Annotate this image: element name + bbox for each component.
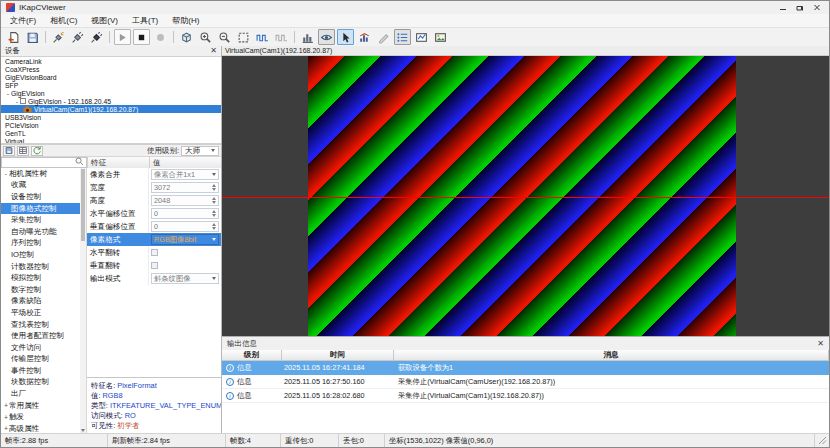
menu-item-help[interactable]: 帮助(H) xyxy=(165,14,206,28)
category-item[interactable]: 出厂 xyxy=(1,388,80,400)
category-item[interactable]: +高级属性 xyxy=(1,423,80,433)
device-tree-item[interactable]: USB3Vision xyxy=(1,113,221,121)
device-tree: CameraLinkCoaXPressGigEVisionBoardSFP-Gi… xyxy=(1,56,221,144)
property-value-cell: 2048 xyxy=(149,194,221,207)
property-dropdown[interactable]: 像素合并1x1 xyxy=(151,169,219,180)
chevron-down-icon xyxy=(211,149,215,152)
category-item[interactable]: 模拟控制 xyxy=(1,272,80,284)
eye-icon[interactable] xyxy=(318,29,335,45)
line-profile-marker[interactable] xyxy=(222,197,829,198)
spinner-arrows-icon[interactable] xyxy=(209,184,216,191)
category-item[interactable]: 事件控制 xyxy=(1,365,80,377)
fit-window-icon[interactable] xyxy=(235,29,252,45)
device-tree-item[interactable]: -GigEVision xyxy=(1,89,221,97)
category-item[interactable]: 收藏 xyxy=(1,180,80,192)
property-spinner[interactable]: 0 xyxy=(151,221,219,232)
device-tree-item[interactable]: GigEVisionBoard xyxy=(1,73,221,81)
menu-item-file[interactable]: 文件(F) xyxy=(3,14,43,28)
device-tree-item[interactable]: SFP xyxy=(1,81,221,89)
zoom-in-icon[interactable] xyxy=(197,29,214,45)
zoom-out-icon[interactable] xyxy=(216,29,233,45)
category-item[interactable]: +常用属性 xyxy=(1,400,80,412)
disconnect-camera-icon[interactable] xyxy=(88,29,105,45)
category-item[interactable]: 数字控制 xyxy=(1,284,80,296)
device-tree-item[interactable]: PCIeVision xyxy=(1,121,221,129)
feature-info-line: 特征名: PixelFormat xyxy=(91,381,217,391)
property-checkbox[interactable] xyxy=(151,249,158,256)
load-config-icon[interactable] xyxy=(5,29,22,45)
data-list-icon[interactable] xyxy=(394,29,411,45)
log-row[interactable]: i信息2025.11.05 16:27:50.160采集停止(VirtualCa… xyxy=(222,375,829,389)
property-spinner[interactable]: 3072 xyxy=(151,182,219,193)
start-grab-icon[interactable] xyxy=(114,29,131,45)
device-tree-item[interactable]: CoaXPress xyxy=(1,65,221,73)
feature-search-input[interactable] xyxy=(2,158,74,167)
refresh-features-button[interactable] xyxy=(31,146,43,156)
category-item[interactable]: 设备控制 xyxy=(1,191,80,203)
connect-camera-icon[interactable] xyxy=(69,29,86,45)
category-item[interactable]: 文件访问 xyxy=(1,342,80,354)
bar-chart-icon[interactable] xyxy=(356,29,373,45)
device-tree-item[interactable]: CameraLink xyxy=(1,57,221,65)
category-item[interactable]: 图像格式控制 xyxy=(1,203,80,215)
pointer-icon[interactable] xyxy=(337,29,354,45)
category-item[interactable]: 使用者配置控制 xyxy=(1,330,80,342)
discover-cameras-icon[interactable] xyxy=(50,29,67,45)
device-tree-item[interactable]: VirtualCam(Cam1)(192.168.20.87) xyxy=(1,105,221,113)
line-profile-icon[interactable] xyxy=(413,29,430,45)
spinner-arrows-icon[interactable] xyxy=(209,210,216,217)
output-panel-close-icon[interactable]: ✕ xyxy=(817,340,824,348)
category-item[interactable]: 平场校正 xyxy=(1,307,80,319)
image-view-icon[interactable] xyxy=(432,29,449,45)
menu-item-view[interactable]: 视图(V) xyxy=(84,14,125,28)
property-checkbox[interactable] xyxy=(151,262,158,269)
minimize-button[interactable] xyxy=(775,2,790,13)
draw-line-icon[interactable] xyxy=(375,29,392,45)
image-view-tab[interactable]: VirtualCam(Cam1)(192.168.20.87) xyxy=(222,46,829,56)
category-item[interactable]: 采集控制 xyxy=(1,214,80,226)
category-item[interactable]: 自动曝光功能 xyxy=(1,226,80,238)
category-item[interactable]: 查找表控制 xyxy=(1,319,80,331)
stop-grab-icon[interactable] xyxy=(133,29,150,45)
menu-item-tools[interactable]: 工具(T) xyxy=(125,14,165,28)
cube-3d-icon[interactable] xyxy=(178,29,195,45)
histogram-icon[interactable] xyxy=(299,29,316,45)
spinner-arrows-icon[interactable] xyxy=(209,197,216,204)
image-canvas[interactable] xyxy=(222,56,829,336)
waveform-blue-icon[interactable] xyxy=(254,29,271,45)
device-checkbox[interactable] xyxy=(20,98,26,104)
category-item[interactable]: -相机属性树 xyxy=(1,168,80,180)
save-config-icon[interactable] xyxy=(24,29,41,45)
category-item[interactable]: 序列控制 xyxy=(1,238,80,250)
feature-search-box[interactable] xyxy=(1,157,87,168)
menu-item-camera[interactable]: 相机(C) xyxy=(43,14,84,28)
category-item[interactable]: 块数据控制 xyxy=(1,377,80,389)
restore-button[interactable] xyxy=(792,2,807,13)
log-row[interactable]: i信息2025.11.05 16:27:41.184获取设备个数为1 xyxy=(222,361,829,375)
waveform-gray-icon[interactable] xyxy=(273,29,290,45)
property-dropdown[interactable]: 斜条纹图像 xyxy=(151,273,219,284)
save-features-button[interactable] xyxy=(3,146,15,156)
log-row[interactable]: i信息2025.11.05 16:28:02.680采集停止(VirtualCa… xyxy=(222,389,829,403)
user-level-select[interactable]: 大师 xyxy=(181,146,219,156)
user-level-label: 使用级别: xyxy=(147,146,179,156)
grid-view-button[interactable] xyxy=(17,146,29,156)
close-button[interactable] xyxy=(809,2,824,13)
property-dropdown[interactable]: RGB图像8bit xyxy=(151,234,219,245)
device-tree-item[interactable]: GenTL xyxy=(1,129,221,137)
category-item[interactable]: 传输层控制 xyxy=(1,354,80,366)
category-item[interactable]: +触发 xyxy=(1,411,80,423)
category-scrollbar[interactable] xyxy=(80,168,86,433)
record-icon[interactable] xyxy=(152,29,169,45)
device-tree-item[interactable]: -GigEVision - 192.168.20.45 xyxy=(1,97,221,105)
property-spinner[interactable]: 0 xyxy=(151,208,219,219)
property-value-cell: 0 xyxy=(149,207,221,220)
feature-info-line: 类型: ITKFEATURE_VAL_TYPE_ENUM xyxy=(91,401,217,411)
category-item[interactable]: 像素缺陷 xyxy=(1,296,80,308)
category-item[interactable]: 计数器控制 xyxy=(1,261,80,273)
property-spinner[interactable]: 2048 xyxy=(151,195,219,206)
device-panel-close-icon[interactable]: ✕ xyxy=(210,47,217,55)
device-tree-item[interactable]: Virtual xyxy=(1,137,221,144)
category-item[interactable]: IO控制 xyxy=(1,249,80,261)
spinner-arrows-icon[interactable] xyxy=(209,223,216,230)
